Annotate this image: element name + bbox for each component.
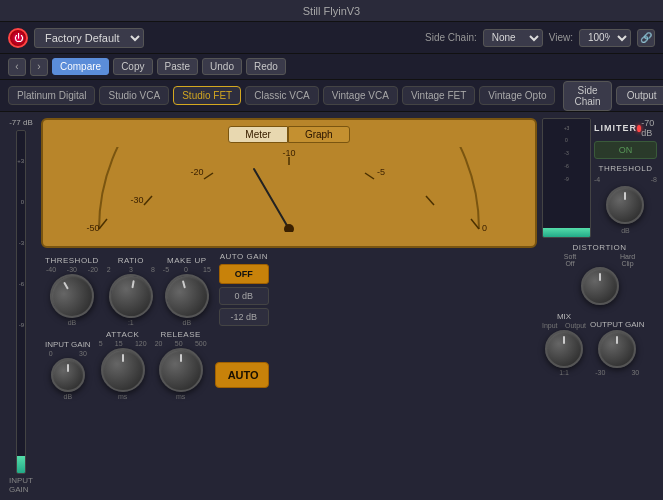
compare-button[interactable]: Compare xyxy=(52,58,109,75)
side-chain-button[interactable]: Side Chain xyxy=(563,81,611,111)
mix-output-section: MIX Input Output 1:1 OUTPUT GAIN -30 30 xyxy=(542,312,657,376)
ratio-label: RATIO xyxy=(118,256,144,265)
output-gain-group: OUTPUT GAIN -30 30 xyxy=(590,320,645,376)
svg-point-14 xyxy=(284,224,294,232)
vu-arc-svg: -50 -30 -20 -10 -5 0 xyxy=(51,147,527,232)
right-panel: +3 0 -3 -6 -9 LIMITER -70 dB ON xyxy=(542,118,657,494)
redo-button[interactable]: Redo xyxy=(246,58,286,75)
ratio-scale: 2 3 8 xyxy=(107,266,155,273)
nav-forward-button[interactable]: › xyxy=(30,58,48,76)
main-content: -77 dB +3 0 -3 -6 -9 INPUTGAIN Meter Gra… xyxy=(0,112,663,500)
distortion-sublabels2: Off Clip xyxy=(542,260,657,267)
output-gain-label: OUTPUT GAIN xyxy=(590,320,645,329)
top-bar: ⏻ Factory Default Side Chain: None View:… xyxy=(0,22,663,54)
svg-line-6 xyxy=(471,219,479,229)
svg-text:0: 0 xyxy=(482,223,487,232)
auto-button[interactable]: AUTO xyxy=(215,362,269,388)
center-main: Meter Graph xyxy=(41,118,537,494)
auto-gain-minus12-button[interactable]: -12 dB xyxy=(219,308,269,326)
graph-tab[interactable]: Graph xyxy=(288,126,350,143)
vu-meter-box: Meter Graph xyxy=(41,118,537,248)
input-gain-bottom-label: INPUTGAIN xyxy=(9,476,33,494)
tab-vintage-opto[interactable]: Vintage Opto xyxy=(479,86,555,105)
svg-text:-10: -10 xyxy=(282,148,295,158)
plugin-window: ⏻ Factory Default Side Chain: None View:… xyxy=(0,22,663,500)
svg-text:-20: -20 xyxy=(190,167,203,177)
link-button[interactable]: 🔗 xyxy=(637,29,655,47)
ratio-knob-group: RATIO 2 3 8 :1 xyxy=(107,256,155,326)
auto-gain-off-button[interactable]: OFF xyxy=(219,264,269,284)
svg-line-1 xyxy=(144,196,152,205)
release-knob-group: RELEASE 20 50 500 ms xyxy=(155,330,207,400)
svg-text:-30: -30 xyxy=(130,195,143,205)
mix-knob[interactable] xyxy=(545,330,583,368)
top-bar-right: Side Chain: None View: 100% 🔗 xyxy=(425,29,655,47)
limiter-header: LIMITER -70 dB xyxy=(594,118,657,138)
left-meter-top-label: -77 dB xyxy=(9,118,33,128)
meter-tab[interactable]: Meter xyxy=(228,126,288,143)
paste-button[interactable]: Paste xyxy=(157,58,199,75)
attack-knob[interactable] xyxy=(101,348,145,392)
window-title: Still FlyinV3 xyxy=(303,5,360,17)
sidechain-label: Side Chain: xyxy=(425,32,477,43)
attack-unit: ms xyxy=(118,393,127,400)
makeup-scale: -5 0 15 xyxy=(163,266,211,273)
makeup-knob[interactable] xyxy=(160,269,214,323)
copy-button[interactable]: Copy xyxy=(113,58,152,75)
nav-bar: ‹ › Compare Copy Paste Undo Redo xyxy=(0,54,663,80)
left-meter-bar: +3 0 -3 -6 -9 xyxy=(16,130,26,474)
makeup-label: MAKE UP xyxy=(167,256,207,265)
power-button[interactable]: ⏻ xyxy=(8,28,28,48)
svg-line-5 xyxy=(426,196,434,205)
threshold-right-knob[interactable] xyxy=(606,186,644,224)
release-knob[interactable] xyxy=(159,348,203,392)
auto-gain-label: AUTO GAIN xyxy=(220,252,268,261)
svg-text:-5: -5 xyxy=(377,167,385,177)
tab-vintage-vca[interactable]: Vintage VCA xyxy=(323,86,398,105)
auto-gain-zero-button[interactable]: 0 dB xyxy=(219,287,269,305)
distortion-section: DISTORTION Soft Hard Off Clip xyxy=(542,243,657,305)
output-button[interactable]: Output xyxy=(616,86,663,105)
threshold-scale: -40 -30 -20 xyxy=(46,266,98,273)
limiter-value: -70 dB xyxy=(641,118,657,138)
threshold-knob[interactable] xyxy=(42,266,102,326)
distortion-label: DISTORTION xyxy=(542,243,657,252)
preset-dropdown[interactable]: Factory Default xyxy=(34,28,144,48)
threshold-unit: dB xyxy=(68,319,77,326)
output-gain-knob[interactable] xyxy=(598,330,636,368)
preset-tabs: Platinum Digital Studio VCA Studio FET C… xyxy=(0,80,663,112)
release-unit: ms xyxy=(176,393,185,400)
mix-label: MIX xyxy=(557,312,571,321)
input-gain-meter-left: -77 dB +3 0 -3 -6 -9 INPUTGAIN xyxy=(6,118,36,494)
tab-studio-vca[interactable]: Studio VCA xyxy=(99,86,169,105)
limiter-section: +3 0 -3 -6 -9 LIMITER -70 dB ON xyxy=(542,118,657,238)
ratio-unit: :1 xyxy=(128,319,134,326)
input-gain-label: INPUT GAIN xyxy=(45,340,91,349)
input-gain-knob[interactable] xyxy=(51,358,85,392)
nav-back-button[interactable]: ‹ xyxy=(8,58,26,76)
distortion-knob[interactable] xyxy=(581,267,619,305)
top-bar-left: ⏻ Factory Default xyxy=(8,28,144,48)
tab-classic-vca[interactable]: Classic VCA xyxy=(245,86,319,105)
input-gain-knob-group: INPUT GAIN 0 30 dB xyxy=(45,340,91,400)
svg-line-13 xyxy=(254,169,289,229)
view-label: View: xyxy=(549,32,573,43)
tab-vintage-fet[interactable]: Vintage FET xyxy=(402,86,475,105)
vu-arc-area: -50 -30 -20 -10 -5 0 xyxy=(51,147,527,232)
svg-text:-50: -50 xyxy=(86,223,99,232)
view-dropdown[interactable]: 100% xyxy=(579,29,631,47)
ratio-knob[interactable] xyxy=(105,271,156,322)
limiter-on-button[interactable]: ON xyxy=(594,141,657,159)
limiter-controls: LIMITER -70 dB ON THRESHOLD -4 -8 dB xyxy=(594,118,657,234)
tab-studio-fet[interactable]: Studio FET xyxy=(173,86,241,105)
vu-tab-row: Meter Graph xyxy=(51,126,527,143)
limiter-title: LIMITER xyxy=(594,123,637,133)
svg-line-2 xyxy=(204,173,213,179)
threshold-right-label: THRESHOLD xyxy=(594,164,657,173)
tab-platinum-digital[interactable]: Platinum Digital xyxy=(8,86,95,105)
release-label: RELEASE xyxy=(160,330,200,339)
lower-knob-row: INPUT GAIN 0 30 dB ATTACK 5 15 120 xyxy=(41,330,537,400)
sidechain-dropdown[interactable]: None xyxy=(483,29,543,47)
distortion-sublabels: Soft Hard xyxy=(542,253,657,260)
undo-button[interactable]: Undo xyxy=(202,58,242,75)
